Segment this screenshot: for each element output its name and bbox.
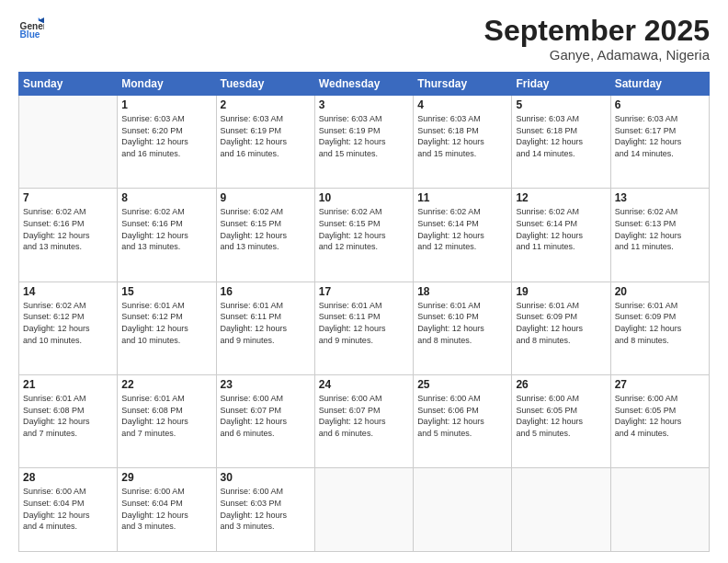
table-row: 17Sunrise: 6:01 AM Sunset: 6:11 PM Dayli… [314, 282, 413, 374]
table-row: 7Sunrise: 6:02 AM Sunset: 6:16 PM Daylig… [19, 189, 118, 282]
table-row: 9Sunrise: 6:02 AM Sunset: 6:15 PM Daylig… [216, 189, 314, 282]
calendar-table: Sunday Monday Tuesday Wednesday Thursday… [18, 72, 710, 552]
header-row: Sunday Monday Tuesday Wednesday Thursday… [19, 73, 710, 96]
col-sunday: Sunday [19, 73, 118, 96]
table-row: 6Sunrise: 6:03 AM Sunset: 6:17 PM Daylig… [610, 96, 709, 189]
title-block: September 2025 Ganye, Adamawa, Nigeria [484, 15, 710, 63]
svg-text:Blue: Blue [20, 29, 40, 40]
table-row: 8Sunrise: 6:02 AM Sunset: 6:16 PM Daylig… [118, 189, 216, 282]
table-row [414, 468, 512, 552]
col-tuesday: Tuesday [216, 73, 314, 96]
table-row [314, 468, 413, 552]
table-row: 3Sunrise: 6:03 AM Sunset: 6:19 PM Daylig… [314, 96, 413, 189]
table-row [19, 96, 118, 189]
table-row: 19Sunrise: 6:01 AM Sunset: 6:09 PM Dayli… [512, 282, 610, 374]
table-row: 16Sunrise: 6:01 AM Sunset: 6:11 PM Dayli… [216, 282, 314, 374]
table-row: 24Sunrise: 6:00 AM Sunset: 6:07 PM Dayli… [314, 375, 413, 468]
logo: General Blue [18, 15, 44, 40]
table-row: 21Sunrise: 6:01 AM Sunset: 6:08 PM Dayli… [19, 375, 118, 468]
table-row: 25Sunrise: 6:00 AM Sunset: 6:06 PM Dayli… [414, 375, 512, 468]
table-row [610, 468, 709, 552]
table-row: 30Sunrise: 6:00 AM Sunset: 6:03 PM Dayli… [216, 468, 314, 552]
logo-icon: General Blue [18, 15, 44, 40]
table-row: 20Sunrise: 6:01 AM Sunset: 6:09 PM Dayli… [610, 282, 709, 374]
table-row: 12Sunrise: 6:02 AM Sunset: 6:14 PM Dayli… [512, 189, 610, 282]
table-row: 28Sunrise: 6:00 AM Sunset: 6:04 PM Dayli… [19, 468, 118, 552]
table-row: 26Sunrise: 6:00 AM Sunset: 6:05 PM Dayli… [512, 375, 610, 468]
table-row: 15Sunrise: 6:01 AM Sunset: 6:12 PM Dayli… [118, 282, 216, 374]
col-monday: Monday [118, 73, 216, 96]
table-row: 27Sunrise: 6:00 AM Sunset: 6:05 PM Dayli… [610, 375, 709, 468]
table-row: 22Sunrise: 6:01 AM Sunset: 6:08 PM Dayli… [118, 375, 216, 468]
col-friday: Friday [512, 73, 610, 96]
table-row: 2Sunrise: 6:03 AM Sunset: 6:19 PM Daylig… [216, 96, 314, 189]
table-row: 23Sunrise: 6:00 AM Sunset: 6:07 PM Dayli… [216, 375, 314, 468]
title-location: Ganye, Adamawa, Nigeria [484, 47, 710, 63]
table-row: 1Sunrise: 6:03 AM Sunset: 6:20 PM Daylig… [118, 96, 216, 189]
table-row: 11Sunrise: 6:02 AM Sunset: 6:14 PM Dayli… [414, 189, 512, 282]
table-row: 18Sunrise: 6:01 AM Sunset: 6:10 PM Dayli… [414, 282, 512, 374]
table-row: 10Sunrise: 6:02 AM Sunset: 6:15 PM Dayli… [314, 189, 413, 282]
table-row: 13Sunrise: 6:02 AM Sunset: 6:13 PM Dayli… [610, 189, 709, 282]
table-row [512, 468, 610, 552]
page: General Blue September 2025 Ganye, Adama… [0, 0, 728, 563]
col-saturday: Saturday [610, 73, 709, 96]
col-thursday: Thursday [414, 73, 512, 96]
table-row: 4Sunrise: 6:03 AM Sunset: 6:18 PM Daylig… [414, 96, 512, 189]
header: General Blue September 2025 Ganye, Adama… [18, 15, 710, 63]
title-month: September 2025 [484, 15, 710, 47]
col-wednesday: Wednesday [314, 73, 413, 96]
table-row: 14Sunrise: 6:02 AM Sunset: 6:12 PM Dayli… [19, 282, 118, 374]
table-row: 5Sunrise: 6:03 AM Sunset: 6:18 PM Daylig… [512, 96, 610, 189]
table-row: 29Sunrise: 6:00 AM Sunset: 6:04 PM Dayli… [118, 468, 216, 552]
